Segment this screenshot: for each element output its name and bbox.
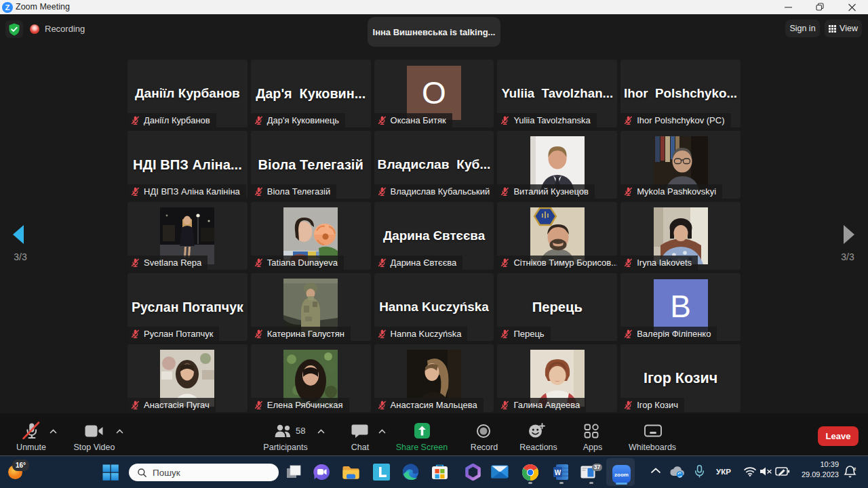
svg-text:37: 37 (594, 464, 601, 470)
svg-text:Z: Z (5, 3, 9, 12)
svg-text:z: z (854, 466, 856, 472)
svg-text:zoom: zoom (614, 472, 629, 478)
svg-text:W: W (555, 469, 561, 476)
